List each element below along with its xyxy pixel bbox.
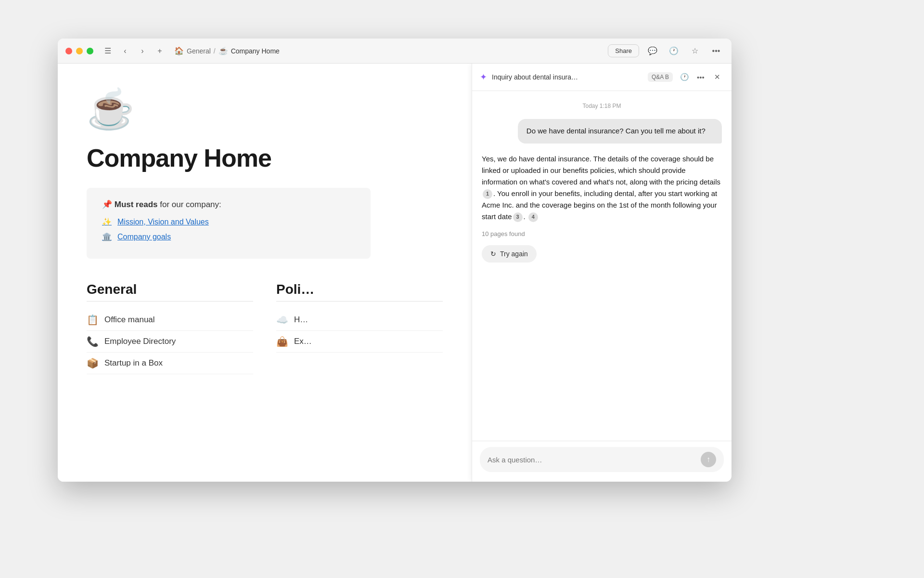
- startup-in-a-box-label: Startup in a Box: [104, 358, 163, 368]
- close-button[interactable]: [65, 48, 72, 54]
- must-reads-bold: Must reads: [115, 200, 158, 209]
- policies-section: Poli… ☁️ H… 👜 Ex…: [276, 282, 443, 374]
- office-manual-label: Office manual: [104, 315, 155, 325]
- forward-button[interactable]: ›: [136, 44, 149, 58]
- comments-button[interactable]: 💬: [645, 43, 660, 59]
- chat-title: Inquiry about dental insura…: [492, 73, 643, 81]
- ai-sparkle-icon: ✦: [480, 72, 487, 82]
- page-icon: ☕: [218, 46, 228, 55]
- history-button[interactable]: 🕐: [666, 43, 681, 59]
- breadcrumb-section[interactable]: General: [187, 47, 211, 55]
- chat-input[interactable]: [488, 456, 696, 464]
- office-manual-icon: 📋: [87, 314, 99, 326]
- policies-item-1-label: H…: [294, 315, 308, 325]
- main-area: ☕ Company Home 📌 Must reads for our comp…: [58, 64, 732, 482]
- employee-directory-label: Employee Directory: [104, 337, 176, 346]
- mission-label: Mission, Vision and Values: [117, 218, 209, 226]
- breadcrumb: 🏠 General / ☕ Company Home: [174, 46, 608, 55]
- cloud-icon: ☁️: [276, 314, 288, 326]
- refresh-icon: ↻: [490, 250, 496, 258]
- page-emoji: ☕: [87, 87, 443, 132]
- ai-response-text: Yes, we do have dental insurance. The de…: [482, 155, 720, 186]
- goals-emoji: 🏛️: [102, 232, 112, 241]
- chat-messages: Today 1:18 PM Do we have dental insuranc…: [472, 91, 732, 441]
- citation-3[interactable]: 3: [513, 212, 523, 222]
- office-manual-link[interactable]: 📋 Office manual: [87, 309, 253, 331]
- share-button[interactable]: Share: [608, 44, 639, 57]
- ai-response-bubble: Yes, we do have dental insurance. The de…: [482, 153, 722, 223]
- policies-item-2-label: Ex…: [294, 337, 312, 346]
- policies-section-title: Poli…: [276, 282, 443, 302]
- pages-found: 10 pages found: [482, 230, 722, 237]
- chat-mode-badge: Q&A B: [648, 72, 673, 82]
- chat-more-button[interactable]: •••: [694, 70, 707, 84]
- try-again-label: Try again: [500, 250, 528, 258]
- sections-row: General 📋 Office manual 📞 Employee Direc…: [87, 282, 443, 374]
- chat-header: ✦ Inquiry about dental insura… Q&A B 🕐 •…: [472, 64, 732, 91]
- chat-timestamp: Today 1:18 PM: [482, 103, 722, 109]
- home-icon: 🏠: [174, 46, 184, 55]
- user-message-bubble: Do we have dental insurance? Can you tel…: [518, 119, 722, 144]
- traffic-lights: [65, 48, 93, 54]
- chat-panel: ✦ Inquiry about dental insura… Q&A B 🕐 •…: [472, 64, 732, 482]
- sidebar-toggle-button[interactable]: ☰: [101, 44, 115, 58]
- chat-input-area: ↑: [472, 441, 732, 482]
- startup-in-a-box-icon: 📦: [87, 357, 99, 369]
- new-tab-button[interactable]: +: [153, 44, 167, 58]
- back-button[interactable]: ‹: [118, 44, 132, 58]
- pin-emoji: 📌: [102, 200, 115, 209]
- try-again-button[interactable]: ↻ Try again: [482, 245, 537, 263]
- mission-emoji: ✨: [102, 217, 112, 226]
- more-options-button[interactable]: •••: [708, 43, 724, 59]
- policies-item-1[interactable]: ☁️ H…: [276, 309, 443, 331]
- breadcrumb-current-page: Company Home: [231, 47, 280, 55]
- chat-header-buttons: 🕐 ••• ✕: [678, 70, 724, 84]
- must-reads-suffix: for our company:: [157, 200, 221, 209]
- must-reads-box: 📌 Must reads for our company: ✨ Mission,…: [87, 188, 371, 259]
- title-bar-actions: Share 💬 🕐 ☆ •••: [608, 43, 724, 59]
- chat-close-button[interactable]: ✕: [710, 70, 724, 84]
- favorite-button[interactable]: ☆: [687, 43, 703, 59]
- chat-send-button[interactable]: ↑: [701, 452, 716, 467]
- must-reads-title: 📌 Must reads for our company:: [102, 199, 355, 210]
- must-reads-item-1[interactable]: ✨ Mission, Vision and Values: [102, 217, 355, 226]
- title-bar: ☰ ‹ › + 🏠 General / ☕ Company Home Share…: [58, 39, 732, 64]
- chat-history-button[interactable]: 🕐: [678, 70, 691, 84]
- page-content: ☕ Company Home 📌 Must reads for our comp…: [58, 64, 472, 482]
- bag-icon: 👜: [276, 336, 288, 347]
- minimize-button[interactable]: [76, 48, 83, 54]
- policies-item-2[interactable]: 👜 Ex…: [276, 331, 443, 353]
- must-reads-item-2[interactable]: 🏛️ Company goals: [102, 232, 355, 241]
- employee-directory-icon: 📞: [87, 336, 99, 347]
- employee-directory-link[interactable]: 📞 Employee Directory: [87, 331, 253, 353]
- fullscreen-button[interactable]: [87, 48, 93, 54]
- page-title: Company Home: [87, 144, 443, 172]
- startup-in-a-box-link[interactable]: 📦 Startup in a Box: [87, 353, 253, 374]
- goals-label: Company goals: [117, 233, 171, 241]
- chat-input-row: ↑: [480, 447, 724, 472]
- general-section-title: General: [87, 282, 253, 302]
- nav-controls: ☰ ‹ › +: [101, 44, 167, 58]
- general-section: General 📋 Office manual 📞 Employee Direc…: [87, 282, 253, 374]
- breadcrumb-separator: /: [214, 47, 216, 55]
- citation-1[interactable]: 1: [483, 189, 492, 199]
- main-window: ☰ ‹ › + 🏠 General / ☕ Company Home Share…: [58, 39, 732, 482]
- citation-4[interactable]: 4: [528, 212, 538, 222]
